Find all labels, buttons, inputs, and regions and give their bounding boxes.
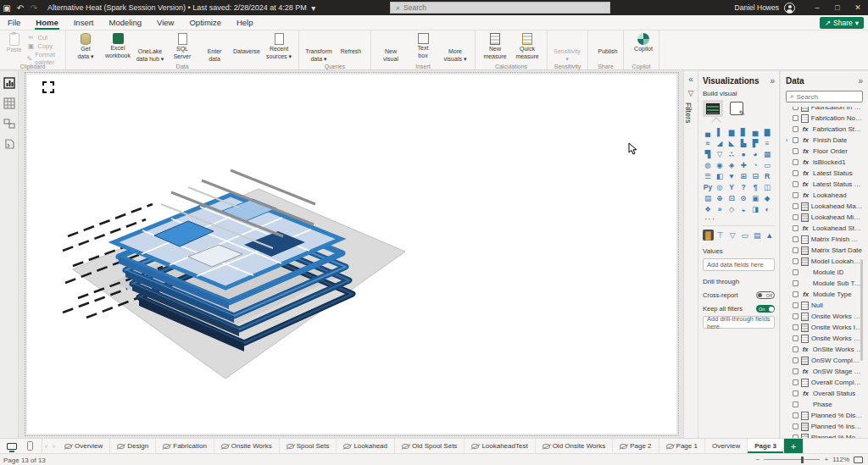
ribbon-onelake-data-hub-button[interactable]: OneLake data hub ▾ [134,32,166,64]
ribbon-quick-measure-button[interactable]: Quick measure [511,32,543,61]
ribbon-new-measure-button[interactable]: New measure [479,32,511,61]
visual-pie-chart[interactable]: ● [738,149,748,159]
field-checkbox[interactable] [793,335,798,341]
visual-stacked-column-chart[interactable]: ▌ [715,127,725,137]
field-checkbox[interactable] [793,412,798,418]
collapse-data-pane-icon[interactable]: » [858,76,863,86]
format-visual-tab[interactable] [730,102,743,115]
visual-ribbon-chart[interactable]: ≡ [762,138,772,148]
report-canvas[interactable] [19,71,683,438]
field-checkbox[interactable] [793,368,798,374]
field-matrix-start-date[interactable]: Matrix Start Date [786,245,863,256]
visual-custom-funnel[interactable]: ▽ [727,230,738,241]
ribbon-transform-data-button[interactable]: Transform data ▾ [303,32,335,64]
field-onsw-complet[interactable]: OnSW Complet... [786,355,863,366]
page-tab-lookahead[interactable]: Lookahead [337,439,395,453]
collapse-visualizations-icon[interactable]: » [770,76,775,86]
dax-query-view-button[interactable] [3,137,16,151]
visual-multi-row-card[interactable]: ☰ [703,171,713,181]
field-checkbox[interactable] [793,324,798,330]
ribbon-more-visuals-button[interactable]: More visuals ▾ [439,32,471,64]
visual-table[interactable]: ⊞ [738,171,748,181]
ribbon-copilot-button[interactable]: Copilot [627,32,659,53]
visual-custom-3d[interactable]: ▲ [765,230,776,241]
field-checkbox[interactable] [793,203,798,209]
page-tab-old-spool-sets[interactable]: Old Spool Sets [395,439,465,453]
menu-optimize[interactable]: Optimize [181,15,228,30]
data-search-box[interactable]: ⌕ [786,91,863,102]
visual-donut-chart[interactable]: ◕ [750,149,760,159]
visual-r-script[interactable]: R [762,171,772,181]
visual-100-stacked-bar-chart[interactable]: ▅ [750,127,760,137]
redo-icon[interactable]: ↷ [27,2,41,14]
minimize-button[interactable]: – [807,0,827,15]
field-checkbox[interactable] [793,115,798,121]
visual-line-and-clustered-column-chart[interactable]: ▛ [750,138,760,148]
field-checkbox[interactable] [793,225,798,231]
field-checkbox[interactable] [793,247,798,253]
cross-report-toggle[interactable]: Off [756,291,775,299]
visual-stacked-area-chart[interactable]: ◣ [726,138,737,148]
visual-custom-5[interactable]: ◇ [726,204,737,214]
ribbon-get-data-button[interactable]: Get data ▾ [70,32,102,64]
ribbon-recent-sources-button[interactable]: Recent sources ▾ [263,32,295,64]
menu-home[interactable]: Home [28,15,65,30]
visual-arcgis-map[interactable]: ⊕ [715,193,725,203]
field-checkbox[interactable] [793,214,798,220]
visual-waterfall-chart[interactable]: ▜ [703,149,713,159]
field-matrix-finish-date[interactable]: Matrix Finish Date [786,234,863,245]
ribbon-sql-server-button[interactable]: SQL Server [166,32,198,64]
page-tab-lookaheadtest[interactable]: LookaheadTest [465,439,535,453]
ribbon-new-visual-button[interactable]: New visual [375,32,407,64]
visual-smart-narrative[interactable]: ¶ [750,182,760,192]
field-module-sub-type[interactable]: Module Sub Type [786,278,863,289]
visual-100-stacked-column-chart[interactable]: ▇ [762,127,772,137]
visual-map[interactable]: ◍ [703,160,713,170]
report-visual-3d-model[interactable] [61,155,426,409]
visual-clustered-bar-chart[interactable]: ▆ [726,127,737,137]
field-planned-insta[interactable]: Planned % Insta... [786,421,863,432]
field-checkbox[interactable] [793,401,798,407]
page-tab-overview-1[interactable]: Overview [58,439,110,453]
visual-custom-8[interactable]: ◐ [762,204,772,214]
mobile-layout-icon[interactable] [27,441,33,451]
field-checkbox[interactable] [793,236,798,242]
field-checkbox[interactable] [793,107,798,110]
field-module-id[interactable]: Module ID [786,267,863,278]
ribbon-text-box-button[interactable]: Text box [407,32,439,64]
field-planned-disp[interactable]: Planned % Disp... [786,410,863,421]
field-lookahead-max[interactable]: Lookahead Max ... [786,201,863,212]
focus-mode-icon[interactable] [42,81,54,93]
page-tab-design[interactable]: Design [110,439,156,453]
desktop-layout-icon[interactable] [7,443,17,450]
field-checkbox[interactable] [793,170,798,176]
report-page[interactable] [27,75,676,434]
visual-key-influencers[interactable]: ◎ [715,182,725,192]
visual-kpi[interactable]: ◧ [715,171,725,181]
page-tab-old-onsite-works[interactable]: Old Onsite Works [536,439,614,453]
new-page-button[interactable]: + [784,439,803,453]
visual-custom-6[interactable]: ◒ [738,204,748,214]
expand-field-icon[interactable]: › [786,137,790,143]
field-checkbox[interactable] [793,280,798,286]
zoom-in-button[interactable]: + [824,456,828,463]
zoom-slider-thumb[interactable] [801,457,804,463]
previous-page-arrow[interactable]: ‹ [42,439,50,453]
visual-custom-7[interactable]: ◨ [750,204,760,214]
field-lookahead-min[interactable]: Lookahead Min ... [786,212,863,223]
visual-treemap[interactable]: ▦ [762,149,772,159]
page-tab-fabrication[interactable]: Fabrication [156,439,214,453]
menu-view[interactable]: View [149,15,181,30]
field-null[interactable]: Null [786,300,863,311]
field-lookahead[interactable]: Lookahead [786,190,863,201]
ribbon-enter-data-button[interactable]: Enter data [198,32,231,64]
page-tab-onsite-works[interactable]: Onsite Works [214,439,280,453]
field-checkbox[interactable] [793,423,798,429]
user-name[interactable]: Daniel Howes [735,3,779,12]
field-floor-order[interactable]: Floor Order [786,146,863,157]
visual-shape-map[interactable]: ◈ [726,160,737,170]
field-onsite-works-n[interactable]: Onsite Works N... [786,333,863,344]
page-tab-page-1[interactable]: Page 1 [659,439,705,453]
visual-custom-1[interactable]: ▣ [750,193,760,203]
zoom-slider[interactable] [764,459,820,460]
